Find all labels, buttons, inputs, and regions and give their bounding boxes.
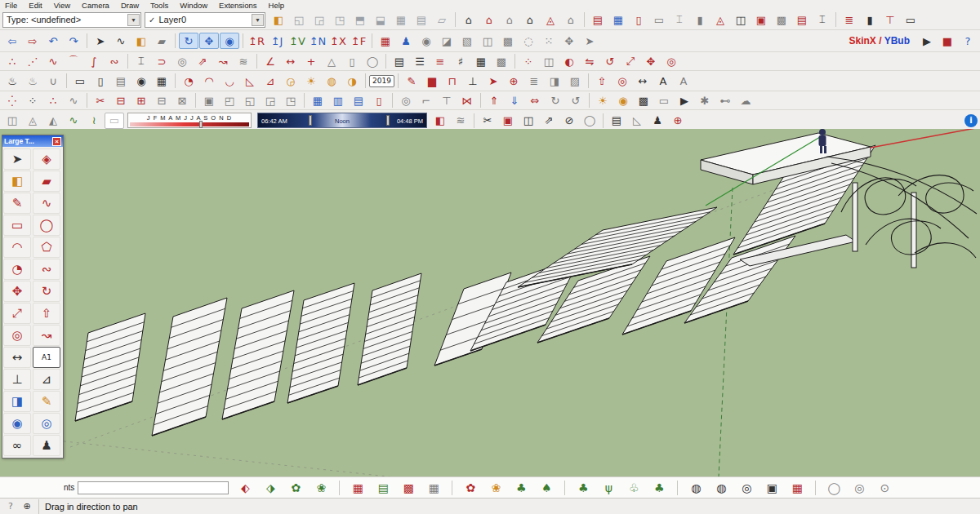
curve-icon[interactable]: ∾: [33, 259, 60, 280]
move-copy-icon[interactable]: ✥: [641, 53, 661, 69]
ramp-icon[interactable]: ◺: [627, 113, 647, 129]
kettle-icon[interactable]: ♨: [23, 73, 42, 89]
shadow-date-slider[interactable]: J F M A M J J A S O N D: [127, 113, 252, 128]
geo-location-icon[interactable]: ◍: [322, 73, 341, 89]
warehouse-icon[interactable]: ⌂: [500, 11, 519, 28]
move-icon[interactable]: ✥: [3, 281, 31, 302]
fence-maker-icon[interactable]: ♯: [451, 53, 470, 69]
extrude-icon[interactable]: ⇗: [193, 53, 212, 69]
tube-icon[interactable]: ◎: [172, 53, 192, 69]
monitor-icon[interactable]: ▯: [91, 73, 110, 89]
style-toggle-icon[interactable]: ◧: [269, 11, 288, 28]
stairs-small-icon[interactable]: ▤: [607, 113, 626, 129]
offset-alt-icon[interactable]: ◎: [612, 73, 632, 89]
smoove-icon[interactable]: ◳: [330, 11, 350, 28]
pipe-along-path-icon[interactable]: ⊃: [152, 53, 172, 69]
wheel-2-icon[interactable]: ◍: [711, 479, 731, 497]
walker-icon[interactable]: ♟: [648, 113, 667, 129]
stair-maker-icon[interactable]: ▤: [390, 53, 409, 69]
door-panel-icon[interactable]: ▯: [369, 92, 389, 109]
target-icon[interactable]: ⊕: [668, 113, 688, 129]
measure-alt-icon[interactable]: ↔: [633, 73, 653, 89]
leaf-sketch-2-icon[interactable]: ≀: [84, 113, 104, 129]
intersect-solid-icon[interactable]: ⊠: [172, 92, 192, 109]
cube-view-1-icon[interactable]: ▧: [457, 33, 477, 49]
wall-tool-icon[interactable]: ▤: [588, 11, 608, 28]
render-icon[interactable]: ▩: [634, 92, 653, 109]
year-badge[interactable]: 2019: [369, 75, 394, 87]
frame-box-icon[interactable]: ◫: [519, 113, 538, 129]
subtract-solid-icon[interactable]: ⊟: [152, 92, 172, 109]
joint-icon[interactable]: ∴: [43, 92, 63, 109]
table-furniture-icon[interactable]: ⊓: [443, 73, 462, 89]
rebar-icon[interactable]: ≣: [840, 11, 859, 28]
scene-icon[interactable]: ▭: [654, 92, 674, 109]
measurements-input[interactable]: [78, 481, 229, 494]
chevron-down-icon[interactable]: ▼: [127, 14, 140, 26]
iso-cube-1-icon[interactable]: ◬: [23, 113, 42, 129]
grid-tool-icon[interactable]: ▤: [412, 11, 431, 28]
cup-icon[interactable]: ∪: [43, 73, 63, 89]
triangle-tool-icon[interactable]: ◺: [240, 73, 260, 89]
cube-view-2-icon[interactable]: ◫: [478, 33, 497, 49]
text-tool-small-icon[interactable]: A: [653, 73, 673, 89]
ladder-maker-icon[interactable]: ☰: [410, 53, 430, 69]
polygon-icon[interactable]: ⬠: [33, 237, 60, 258]
flower-white-icon[interactable]: ❀: [311, 479, 331, 497]
ring-1-icon[interactable]: ◯: [824, 479, 844, 497]
plant-club-icon[interactable]: ♣: [511, 479, 531, 497]
help-circle-icon[interactable]: ?: [3, 500, 18, 513]
home-icon[interactable]: ⌂: [459, 11, 479, 28]
shadow-box-icon[interactable]: ◧: [430, 113, 450, 129]
fence-green-icon[interactable]: ▤: [373, 479, 393, 497]
scale-copy-icon[interactable]: ⤢: [621, 53, 640, 69]
flip-icon[interactable]: ⇋: [580, 53, 599, 69]
cylinder-primitive-icon[interactable]: ▯: [342, 53, 362, 69]
hand-tool-icon[interactable]: ✥: [559, 33, 579, 49]
box-corner-3-icon[interactable]: ◲: [261, 92, 280, 109]
compass-tool-icon[interactable]: ⊕: [504, 73, 523, 89]
dimension-icon[interactable]: ⊿: [33, 369, 60, 390]
palette-title-bar[interactable]: Large T... ×: [2, 135, 63, 147]
look-around-icon[interactable]: ◉: [416, 33, 436, 49]
box-corner-2-icon[interactable]: ◱: [240, 92, 260, 109]
leaf-sketch-1-icon[interactable]: ∿: [64, 113, 83, 129]
zoom-tool-icon[interactable]: ◉: [220, 33, 239, 49]
paint-bucket-icon[interactable]: ◧: [3, 171, 31, 192]
dot-icon[interactable]: ⊙: [875, 479, 894, 497]
plant-spade-icon[interactable]: ♠: [537, 479, 556, 497]
menu-file[interactable]: File: [5, 1, 17, 10]
erase-small-icon[interactable]: ▰: [152, 33, 172, 49]
dots-grid-icon[interactable]: ⁙: [539, 33, 559, 49]
spotlight-icon[interactable]: ◉: [613, 92, 633, 109]
mirror-icon[interactable]: ◐: [559, 53, 579, 69]
smooth-curve-icon[interactable]: ∿: [64, 92, 83, 109]
iso-cube-2-icon[interactable]: ◭: [43, 113, 63, 129]
axes-icon[interactable]: ⊥: [3, 369, 31, 390]
axis-helper-icon[interactable]: +: [301, 53, 321, 69]
nodes-icon[interactable]: ⁘: [23, 92, 42, 109]
up-n-icon[interactable]: ↥N: [308, 33, 327, 49]
wire-circle-icon[interactable]: ◌: [519, 33, 538, 49]
house-builder-icon[interactable]: ⌂: [520, 11, 540, 28]
print-preview-icon[interactable]: ▤: [111, 73, 131, 89]
section-plane-icon[interactable]: ◪: [437, 33, 457, 49]
cube-view-3-icon[interactable]: ▩: [498, 33, 518, 49]
empty-circle-icon[interactable]: ◯: [580, 113, 599, 129]
pipe-fitting-icon[interactable]: ◎: [396, 92, 416, 109]
chevron-down-icon[interactable]: ▼: [252, 14, 264, 26]
walk-tool-icon[interactable]: ♟: [33, 435, 60, 456]
kite-red-icon[interactable]: ⬖: [235, 479, 255, 497]
railing-icon[interactable]: ≡: [430, 53, 450, 69]
curve-maker-icon[interactable]: ⌒: [64, 53, 83, 69]
push-pull-icon[interactable]: ⇧: [33, 303, 60, 324]
screen-icon[interactable]: ▭: [70, 73, 90, 89]
cloud-icon[interactable]: ☁: [736, 92, 755, 109]
flower-yellow-icon[interactable]: ❀: [486, 479, 506, 497]
text-tool-icon[interactable]: A1: [33, 347, 60, 368]
rotate-icon[interactable]: ↻: [33, 281, 60, 302]
paint-small-icon[interactable]: ◧: [131, 33, 151, 49]
window-tool-icon[interactable]: ▦: [608, 11, 628, 28]
ring-2-icon[interactable]: ◎: [849, 479, 869, 497]
valve-icon[interactable]: ⋈: [457, 92, 477, 109]
